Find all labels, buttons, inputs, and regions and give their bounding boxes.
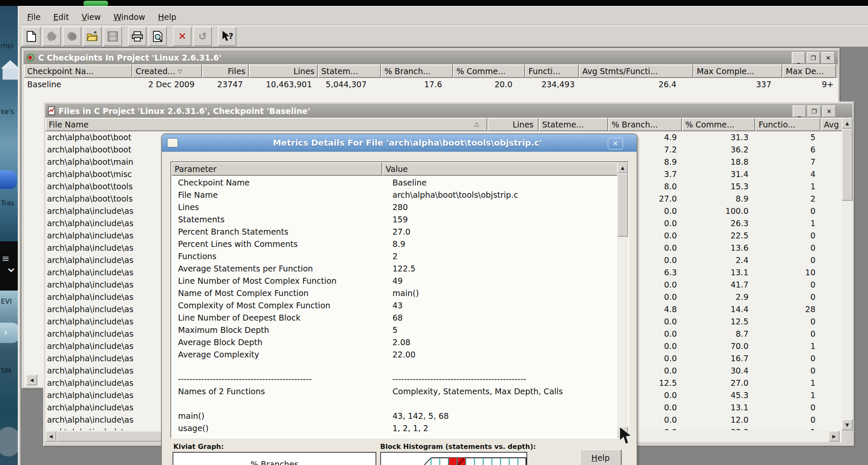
minimize-icon[interactable]: _ bbox=[793, 105, 806, 117]
metric-row[interactable]: main() 43, 142, 5, 68 bbox=[171, 410, 617, 422]
vscroll-thumb[interactable] bbox=[842, 129, 853, 201]
metrics-list: Parameter Value Checkpoint Name Baseline bbox=[170, 161, 629, 438]
metric-row[interactable]: Lines 280 bbox=[171, 201, 617, 213]
col-lines[interactable]: Lines bbox=[249, 64, 318, 78]
scroll-left-icon[interactable]: ◀ bbox=[45, 431, 56, 442]
restore-icon[interactable]: ❐ bbox=[807, 52, 820, 64]
metric-row[interactable]: Checkpoint Name Baseline bbox=[171, 177, 617, 189]
col-statements[interactable]: Statem... bbox=[318, 64, 381, 78]
desktop-icon-label[interactable]: Tras bbox=[1, 199, 18, 207]
checkpoints-header-row: Checkpoint Na... Created... ▽ Files Line… bbox=[24, 64, 836, 78]
open-project-icon[interactable] bbox=[83, 27, 102, 46]
metric-row[interactable]: Complexity of Most Complex Function 43 bbox=[171, 299, 617, 312]
desktop-icon-label[interactable]: SM bbox=[1, 367, 18, 375]
metrics-rows: Checkpoint Name Baseline File Name arch\… bbox=[171, 177, 617, 435]
scroll-right-icon[interactable]: ▶ bbox=[829, 431, 840, 442]
kiviat-axis-label: % Branches bbox=[250, 459, 298, 465]
close-icon[interactable]: ✕ bbox=[608, 138, 623, 149]
checkpoints-titlebar[interactable]: C Checkpoints In Project 'Linux 2.6.31.6… bbox=[24, 50, 838, 64]
print-preview-icon[interactable] bbox=[148, 27, 167, 46]
context-help-icon[interactable]: ? bbox=[218, 27, 236, 46]
minimize-icon[interactable]: _ bbox=[792, 52, 805, 64]
scroll-up-icon[interactable]: ▲ bbox=[617, 162, 628, 173]
home-icon[interactable] bbox=[1, 60, 18, 90]
kiviat-graph-icon[interactable] bbox=[42, 27, 61, 46]
vscroll-thumb[interactable] bbox=[617, 173, 628, 237]
metrics-scrollbar[interactable]: ▲ ▼ bbox=[617, 162, 628, 437]
metric-row[interactable]: Line Number of Deepest Block 68 bbox=[171, 312, 617, 324]
col-max-depth[interactable]: Max De... bbox=[782, 64, 836, 78]
metric-row[interactable]: Percent Lines with Comments 8.9 bbox=[171, 238, 617, 250]
file-metrics-icon bbox=[48, 106, 55, 115]
metric-row[interactable]: Name of Most Complex Function main() bbox=[171, 287, 617, 299]
col-checkpoint-name[interactable]: Checkpoint Na... bbox=[24, 64, 132, 78]
col-avg-stmts[interactable]: Avg Stmts/Functi... bbox=[579, 64, 693, 78]
close-icon[interactable]: ✕ bbox=[821, 52, 835, 64]
menu-edit[interactable]: Edit bbox=[53, 12, 69, 22]
col-pct-comment[interactable]: % Comme... bbox=[453, 64, 525, 78]
metric-row[interactable]: Functions 2 bbox=[171, 250, 617, 263]
col-parameter[interactable]: Parameter bbox=[171, 162, 382, 176]
desktop-pill-button[interactable]: › bbox=[0, 323, 18, 343]
metric-row[interactable]: Names of 2 Functions Complexity, Stateme… bbox=[171, 385, 617, 398]
col-avg[interactable]: Avg bbox=[821, 118, 843, 131]
menu-window[interactable]: Window bbox=[114, 12, 145, 22]
menu-help[interactable]: Help bbox=[158, 12, 176, 22]
metric-row[interactable]: usage() 1, 2, 1, 2 bbox=[171, 422, 617, 435]
print-icon[interactable] bbox=[128, 27, 147, 46]
kiviat-compare-icon[interactable] bbox=[63, 27, 81, 46]
metric-row[interactable] bbox=[171, 398, 617, 410]
new-file-icon[interactable] bbox=[22, 27, 41, 46]
metric-row[interactable]: Maximum Block Depth 5 bbox=[171, 324, 617, 336]
files-titlebar[interactable]: Files in C Project 'Linux 2.6.31.6', Che… bbox=[45, 104, 852, 118]
delete-checkpoint-icon[interactable]: ✕ bbox=[173, 27, 192, 46]
ev-logo[interactable]: ≡⌄ bbox=[0, 241, 18, 291]
metric-row[interactable]: Average Complexity 22.00 bbox=[171, 349, 617, 361]
files-header-row: File Name Lines Stateme... % Branch... %… bbox=[45, 118, 843, 131]
col-lines[interactable]: Lines bbox=[487, 118, 539, 131]
metrics-header-row: Parameter Value bbox=[171, 162, 628, 176]
desktop-icon-label[interactable]: EVI bbox=[1, 297, 18, 305]
scroll-up-icon[interactable]: ▲ bbox=[842, 118, 853, 129]
save-icon[interactable] bbox=[103, 27, 122, 46]
mouse-cursor bbox=[619, 426, 633, 446]
col-max-complexity[interactable]: Max Comple... bbox=[693, 64, 782, 78]
menu-view[interactable]: View bbox=[82, 12, 101, 22]
block-histogram-panel bbox=[380, 452, 527, 465]
col-statements[interactable]: Stateme... bbox=[539, 118, 608, 131]
col-pct-branch[interactable]: % Branch... bbox=[381, 64, 453, 78]
metric-row[interactable]: Percent Branch Statements 27.0 bbox=[171, 226, 617, 238]
refresh-icon[interactable]: ↺ bbox=[193, 27, 212, 46]
desktop-icon-label[interactable]: ke's bbox=[1, 108, 18, 116]
menu-file[interactable]: File bbox=[27, 12, 41, 22]
block-histogram-label: Block Histogram (statements vs. depth): bbox=[380, 443, 536, 451]
scroll-left-icon[interactable]: ◀ bbox=[26, 374, 37, 385]
col-file-name[interactable]: File Name bbox=[45, 118, 487, 131]
metric-row[interactable]: Average Statements per Function 122.5 bbox=[171, 263, 617, 275]
metric-row[interactable]: ----------------------------------------… bbox=[171, 373, 617, 385]
metric-row[interactable] bbox=[171, 361, 617, 373]
metric-row[interactable]: Statements 159 bbox=[171, 213, 617, 226]
files-vscrollbar[interactable]: ▲ ▼ bbox=[842, 118, 853, 430]
checkpoint-row[interactable]: Baseline 2 Dec 2009 23747 10,463,901 5,0… bbox=[24, 78, 836, 91]
metrics-details-dialog: Metrics Details For File 'arch\alpha\boo… bbox=[161, 133, 637, 465]
col-created[interactable]: Created... ▽ bbox=[132, 64, 202, 78]
close-icon[interactable]: ✕ bbox=[822, 105, 836, 117]
col-functions[interactable]: Functi... bbox=[525, 64, 579, 78]
desktop-shortcut-bar[interactable] bbox=[0, 170, 17, 189]
dialog-titlebar[interactable]: Metrics Details For File 'arch\alpha\boo… bbox=[162, 134, 637, 152]
toolbar: ✕ ↺ ? bbox=[22, 26, 236, 47]
restore-icon[interactable]: ❐ bbox=[807, 105, 821, 117]
metric-row[interactable]: Average Block Depth 2.08 bbox=[171, 336, 617, 349]
col-pct-branch[interactable]: % Branch... bbox=[608, 118, 682, 131]
col-files[interactable]: Files bbox=[202, 64, 249, 78]
metric-row[interactable]: Line Number of Most Complex Function 49 bbox=[171, 275, 617, 287]
help-button[interactable]: Help bbox=[580, 449, 621, 465]
scroll-down-icon[interactable]: ▼ bbox=[842, 419, 853, 430]
col-value[interactable]: Value bbox=[382, 162, 628, 176]
col-functions[interactable]: Functio... bbox=[755, 118, 821, 131]
metric-row[interactable]: File Name arch\alpha\boot\tools\objstrip… bbox=[171, 189, 617, 201]
checkpoint-kiviat-icon bbox=[26, 53, 35, 62]
col-pct-comment[interactable]: % Comme... bbox=[682, 118, 755, 131]
desktop-icon-label[interactable]: mpi bbox=[1, 42, 18, 50]
